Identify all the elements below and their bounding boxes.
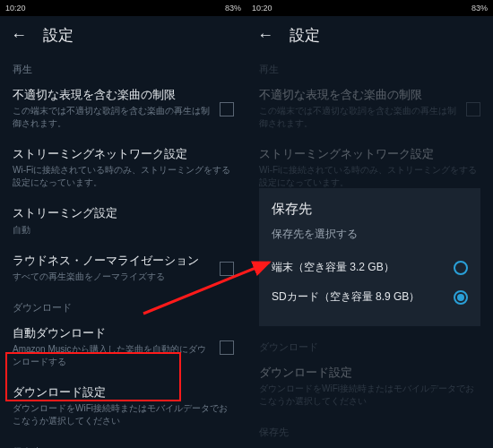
option-device[interactable]: 端末（空き容量 3.2 GB） xyxy=(272,253,468,282)
header: ← 設定 xyxy=(0,16,246,54)
option-label: 端末（空き容量 3.2 GB） xyxy=(272,260,394,275)
item-label: ストリーミングネットワーク設定 xyxy=(13,146,234,162)
radio-icon[interactable] xyxy=(454,261,468,275)
section-download: ダウンロード xyxy=(0,292,246,318)
storage-dialog: 保存先 保存先を選択する 端末（空き容量 3.2 GB） SDカード（空き容量 … xyxy=(259,188,480,326)
radio-icon[interactable] xyxy=(454,290,468,305)
item-autodl[interactable]: 自動ダウンロード Amazon Musicから購入した楽曲を自動的にダウンロード… xyxy=(0,318,246,377)
item-dlset[interactable]: ダウンロード設定 ダウンロードをWiFi接続時またはモバイルデータでおこなうか選… xyxy=(0,377,246,436)
screen-dialog: 10:20 83% ← 設定 再生 不適切な表現を含む楽曲の制限 この端末では不… xyxy=(246,0,493,448)
item-label: ダウンロード設定 xyxy=(13,384,234,401)
dialog-title: 保存先 xyxy=(272,201,468,218)
item-label: ストリーミング設定 xyxy=(13,205,234,221)
item-sub: すべての再生楽曲をノーマライズする xyxy=(13,271,211,283)
page-title: 設定 xyxy=(43,25,74,46)
status-bar: 10:20 83% xyxy=(0,0,246,16)
checkbox-icon[interactable] xyxy=(220,102,234,116)
back-icon[interactable]: ← xyxy=(257,26,273,45)
option-sdcard[interactable]: SDカード（空き容量 8.9 GB） xyxy=(272,282,468,312)
item-streamnet[interactable]: ストリーミングネットワーク設定 Wi-Fiに接続されている時のみ、ストリーミング… xyxy=(0,139,246,198)
section-storage: 保存先 xyxy=(0,436,246,448)
item-label: 不適切な表現を含む楽曲の制限 xyxy=(13,87,211,103)
item-sub: Wi-Fiに接続されている時のみ、ストリーミングをする設定になっています。 xyxy=(13,164,234,189)
checkbox-icon[interactable] xyxy=(220,340,234,355)
dialog-subtitle: 保存先を選択する xyxy=(272,227,468,242)
screen-settings: 10:20 83% ← 設定 再生 不適切な表現を含む楽曲の制限 この端末では不… xyxy=(0,0,246,448)
status-battery: 83% xyxy=(471,4,488,13)
item-stream[interactable]: ストリーミング設定 自動 xyxy=(0,198,246,245)
item-sub: 自動 xyxy=(13,224,234,237)
page-title: 設定 xyxy=(290,25,320,46)
option-label: SDカード（空き容量 8.9 GB） xyxy=(272,289,419,305)
item-label: 自動ダウンロード xyxy=(13,325,211,341)
status-bar: 10:20 83% xyxy=(246,0,493,16)
item-label: ラウドネス・ノーマライゼーション xyxy=(13,253,211,269)
status-time: 10:20 xyxy=(252,4,272,13)
status-time: 10:20 xyxy=(5,4,26,13)
item-loudness[interactable]: ラウドネス・ノーマライゼーション すべての再生楽曲をノーマライズする xyxy=(0,246,246,292)
item-sub: ダウンロードをWiFi接続時またはモバイルデータでおこなうか選択してください xyxy=(13,402,234,427)
item-sub: この端末では不適切な歌詞を含む楽曲の再生は制御されます。 xyxy=(13,105,211,130)
header: ← 設定 xyxy=(246,16,493,54)
checkbox-icon[interactable] xyxy=(220,262,234,276)
item-sub: Amazon Musicから購入した楽曲を自動的にダウンロードする xyxy=(13,343,211,368)
status-battery: 83% xyxy=(225,4,241,13)
item-inappropriate[interactable]: 不適切な表現を含む楽曲の制限 この端末では不適切な歌詞を含む楽曲の再生は制御され… xyxy=(0,80,246,139)
back-icon[interactable]: ← xyxy=(11,26,27,45)
section-playback: 再生 xyxy=(0,54,246,80)
